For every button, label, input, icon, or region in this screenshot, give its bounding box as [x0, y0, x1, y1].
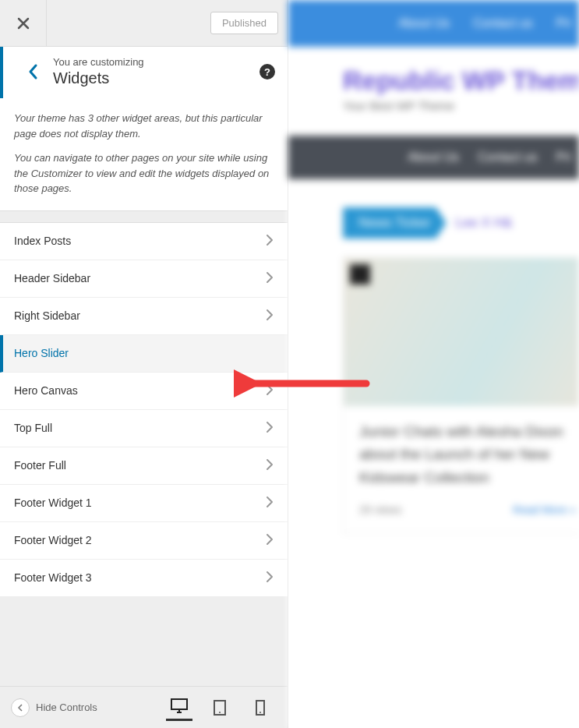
panel-heading: You are customizing Widgets ? — [0, 47, 288, 98]
chevron-right-icon — [266, 271, 274, 286]
preview-read-more-link[interactable]: Read More » — [513, 503, 576, 517]
help-button[interactable]: ? — [259, 64, 275, 80]
device-mobile-button[interactable] — [247, 694, 274, 721]
panel-description: Your theme has 3 other widget areas, but… — [0, 98, 288, 211]
widget-area-label: Header Sidebar — [14, 272, 90, 284]
preview-post-image — [344, 258, 579, 406]
post-format-icon — [350, 264, 370, 284]
preview-post-views: 29 views — [359, 504, 401, 516]
news-ticker-label: News Ticker — [343, 207, 447, 239]
widget-area-item[interactable]: Hero Canvas — [0, 373, 288, 410]
chevron-right-icon — [266, 421, 274, 436]
preview-nav-link[interactable]: Contact us — [473, 16, 532, 30]
news-ticker-item[interactable]: Lee X H& — [456, 215, 513, 231]
panel-title: Widgets — [53, 69, 259, 87]
customizer-topbar: Published — [0, 0, 288, 47]
chevron-right-icon — [266, 309, 274, 323]
panel-subtitle: You are customizing — [53, 56, 259, 68]
close-icon — [16, 16, 31, 31]
widget-area-label: Index Posts — [14, 235, 71, 247]
svg-point-2 — [219, 712, 221, 713]
preview-menu-link[interactable]: About Us — [408, 150, 459, 164]
widget-area-label: Footer Widget 2 — [14, 534, 92, 546]
customizer-footer: Hide Controls — [0, 686, 288, 728]
desktop-icon — [171, 698, 188, 714]
widget-area-label: Right Sidebar — [14, 309, 80, 322]
customizer-sidebar: Published You are customizing Widgets ? … — [0, 0, 288, 728]
preview-nav-link[interactable]: About Us — [398, 16, 450, 30]
device-tablet-button[interactable] — [207, 694, 233, 721]
preview-nav-link[interactable]: Pri — [556, 16, 571, 30]
chevron-right-icon — [266, 571, 274, 585]
widget-area-item[interactable]: Index Posts — [0, 223, 288, 260]
chevron-right-icon — [266, 383, 274, 398]
widget-area-item[interactable]: Top Full — [0, 410, 288, 447]
widget-area-item[interactable]: Footer Full — [0, 447, 288, 485]
panel-description-line: Your theme has 3 other widget areas, but… — [14, 111, 274, 141]
mobile-icon — [256, 700, 265, 716]
preview-site-tagline: Your Best WP Theme — [288, 99, 579, 112]
widget-area-label: Footer Widget 3 — [14, 571, 92, 584]
chevron-right-icon — [266, 234, 274, 249]
collapse-icon — [11, 698, 30, 717]
preview-menu-link[interactable]: Pri — [556, 150, 571, 164]
preview-post-title[interactable]: Junior Chats with Alesha Dixon about the… — [344, 406, 579, 492]
device-desktop-button[interactable] — [166, 694, 192, 721]
widget-area-item[interactable]: Hero Slider — [0, 335, 288, 373]
widget-area-item[interactable]: Footer Widget 1 — [0, 485, 288, 522]
chevron-left-icon — [27, 63, 38, 80]
widget-area-label: Hero Slider — [14, 347, 69, 359]
hide-controls-button[interactable]: Hide Controls — [11, 698, 158, 717]
site-preview: About Us Contact us Pri Republic WP Them… — [288, 0, 579, 728]
back-button[interactable] — [17, 56, 48, 87]
widget-area-label: Footer Full — [14, 459, 66, 472]
preview-menu-link[interactable]: Contact us — [478, 150, 537, 164]
preview-site-title: Republic WP Them — [288, 47, 579, 99]
svg-point-4 — [259, 712, 261, 713]
tablet-icon — [214, 700, 226, 716]
widget-area-label: Top Full — [14, 422, 52, 434]
chevron-right-icon — [266, 533, 274, 548]
widget-area-item[interactable]: Header Sidebar — [0, 260, 288, 298]
widget-area-item[interactable]: Footer Widget 2 — [0, 522, 288, 560]
chevron-right-icon — [266, 458, 274, 473]
widget-area-label: Hero Canvas — [14, 384, 78, 397]
panel-description-line: You can navigate to other pages on your … — [14, 150, 274, 196]
svg-rect-0 — [171, 699, 187, 709]
hide-controls-label: Hide Controls — [36, 701, 97, 713]
publish-status-button[interactable]: Published — [210, 12, 278, 34]
widget-area-list: Index PostsHeader SidebarRight SidebarHe… — [0, 222, 288, 597]
widget-area-item[interactable]: Footer Widget 3 — [0, 560, 288, 597]
preview-post-card[interactable]: Junior Chats with Alesha Dixon about the… — [343, 257, 579, 534]
widget-area-label: Footer Widget 1 — [14, 497, 92, 509]
close-customizer-button[interactable] — [0, 0, 47, 47]
widget-area-item[interactable]: Right Sidebar — [0, 298, 288, 335]
chevron-right-icon — [266, 496, 274, 511]
